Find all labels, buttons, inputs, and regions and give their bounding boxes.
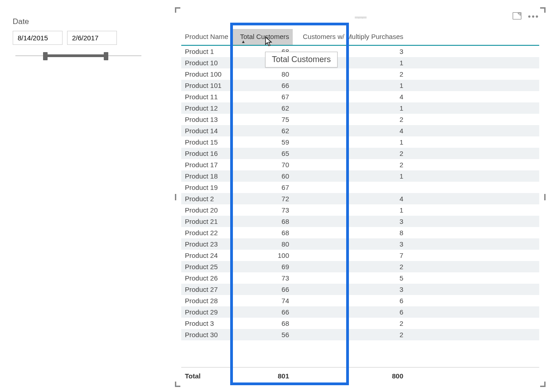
cell-total-customers: 60 (232, 170, 293, 182)
resize-handle-br[interactable] (540, 382, 546, 387)
resize-handle-mr[interactable] (544, 194, 546, 200)
table-header-row: Product Name Total Customers ▲ Customers… (181, 29, 539, 46)
cell-product-name: Product 24 (181, 250, 232, 261)
cell-multi-customers: 3 (293, 216, 407, 227)
table-body[interactable]: Product 1683Product 101Product 100802Pro… (181, 46, 539, 367)
cell-multi-customers: 7 (293, 250, 407, 261)
cell-multi-customers: 1 (293, 136, 407, 148)
cell-total-customers: 62 (232, 102, 293, 114)
cell-total-customers: 75 (232, 114, 293, 125)
cell-total-customers: 68 (232, 227, 293, 238)
table-row[interactable]: Product 17702 (181, 159, 539, 170)
table-total-row: Total 801 800 (181, 367, 539, 382)
header-product-name[interactable]: Product Name (181, 29, 232, 45)
cell-total-customers: 69 (232, 261, 293, 272)
total-label: Total (181, 370, 232, 382)
table-row[interactable]: Product 25692 (181, 261, 539, 272)
table-row[interactable]: Product 18601 (181, 170, 539, 182)
table-row[interactable]: Product 16652 (181, 148, 539, 159)
slider-thumb-start[interactable] (43, 52, 48, 60)
cell-multi-customers: 2 (293, 159, 407, 170)
table-row[interactable]: Product 12621 (181, 102, 539, 114)
cell-total-customers: 67 (232, 91, 293, 102)
cell-total-customers: 66 (232, 306, 293, 318)
cell-product-name: Product 18 (181, 170, 232, 182)
cell-total-customers: 80 (232, 68, 293, 80)
more-options-icon[interactable]: ••• (528, 15, 539, 19)
table-row[interactable]: Product 241007 (181, 250, 539, 261)
table-row[interactable]: Product 20731 (181, 204, 539, 216)
table-row[interactable]: Product 13752 (181, 114, 539, 125)
cell-multi-customers: 4 (293, 193, 407, 204)
cell-total-customers: 62 (232, 125, 293, 136)
cell-total-customers: 100 (232, 250, 293, 261)
cell-total-customers: 66 (232, 284, 293, 295)
table-row[interactable]: Product 29666 (181, 306, 539, 318)
table-row[interactable]: Product 11674 (181, 91, 539, 102)
resize-handle-bl[interactable] (175, 382, 180, 387)
slicer-inputs (13, 31, 144, 45)
cell-product-name: Product 100 (181, 68, 232, 80)
cell-product-name: Product 3 (181, 318, 232, 329)
cell-product-name: Product 26 (181, 272, 232, 284)
slider-thumb-end[interactable] (104, 52, 108, 60)
cell-total-customers: 80 (232, 238, 293, 250)
cell-multi-customers: 2 (293, 261, 407, 272)
table-row[interactable]: Product 21683 (181, 216, 539, 227)
table-row[interactable]: Product 14624 (181, 125, 539, 136)
cell-multi-customers: 1 (293, 170, 407, 182)
focus-mode-icon[interactable] (512, 12, 522, 21)
table-row[interactable]: Product 1967 (181, 182, 539, 193)
header-total-customers[interactable]: Total Customers ▲ (232, 29, 293, 45)
cell-multi-customers: 3 (293, 284, 407, 295)
table-row[interactable]: Product 3682 (181, 318, 539, 329)
header-customers-multi[interactable]: Customers w/ Multiply Purchases (293, 29, 407, 45)
table-row[interactable]: Product 23803 (181, 238, 539, 250)
cell-multi-customers: 6 (293, 295, 407, 306)
table-row[interactable]: Product 2724 (181, 193, 539, 204)
cell-product-name: Product 25 (181, 261, 232, 272)
table-row[interactable]: Product 101 (181, 57, 539, 68)
table-row[interactable]: Product 28746 (181, 295, 539, 306)
total-customers-sum: 801 (232, 370, 293, 382)
cell-product-name: Product 15 (181, 136, 232, 148)
data-table: Product Name Total Customers ▲ Customers… (181, 29, 539, 382)
cell-multi-customers: 2 (293, 68, 407, 80)
cell-multi-customers (293, 182, 407, 193)
resize-handle-ml[interactable] (175, 194, 176, 200)
table-row[interactable]: Product 27663 (181, 284, 539, 295)
resize-handle-tr[interactable] (540, 7, 546, 13)
table-row[interactable]: Product 30562 (181, 329, 539, 340)
cell-total-customers: 66 (232, 80, 293, 91)
cell-product-name: Product 14 (181, 125, 232, 136)
date-slider[interactable] (15, 51, 141, 60)
table-row[interactable]: Product 15591 (181, 136, 539, 148)
cell-product-name: Product 101 (181, 80, 232, 91)
cell-total-customers: 56 (232, 329, 293, 340)
cell-product-name: Product 29 (181, 306, 232, 318)
cell-product-name: Product 22 (181, 227, 232, 238)
resize-handle-tl[interactable] (175, 7, 180, 13)
cell-multi-customers: 2 (293, 114, 407, 125)
cell-total-customers: 68 (232, 216, 293, 227)
date-start-input[interactable] (13, 31, 63, 45)
column-tooltip: Total Customers (265, 52, 338, 68)
mouse-cursor-icon (265, 36, 274, 47)
cell-multi-customers: 4 (293, 91, 407, 102)
cell-product-name: Product 21 (181, 216, 232, 227)
sort-asc-icon: ▲ (241, 39, 246, 44)
cell-total-customers: 59 (232, 136, 293, 148)
table-row[interactable]: Product 22688 (181, 227, 539, 238)
table-row[interactable]: Product 101661 (181, 80, 539, 91)
table-row[interactable]: Product 26735 (181, 272, 539, 284)
cell-product-name: Product 12 (181, 102, 232, 114)
cell-product-name: Product 20 (181, 204, 232, 216)
date-slicer: Date (13, 17, 144, 60)
table-row[interactable]: Product 1683 (181, 46, 539, 57)
drag-grip-icon[interactable]: ═══ (355, 14, 366, 21)
cell-multi-customers: 4 (293, 125, 407, 136)
tooltip-text: Total Customers (272, 55, 331, 64)
date-end-input[interactable] (67, 31, 117, 45)
slicer-label: Date (13, 17, 144, 26)
table-row[interactable]: Product 100802 (181, 68, 539, 80)
